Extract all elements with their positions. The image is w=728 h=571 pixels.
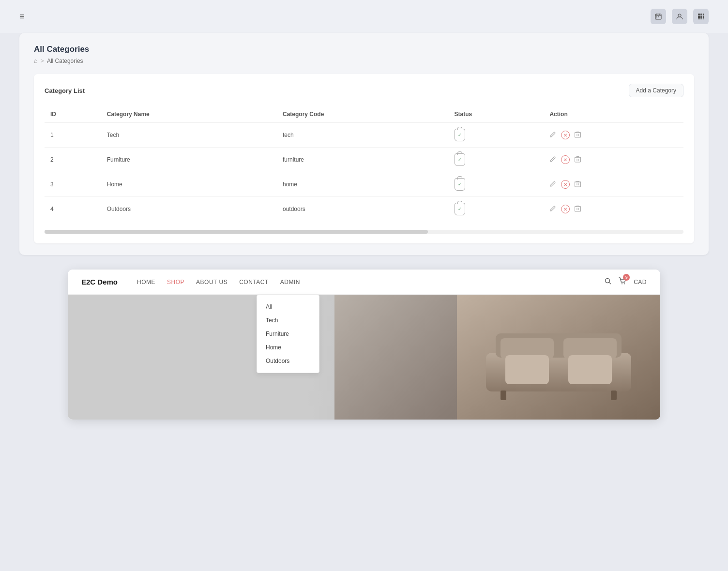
nav-links: HOME SHOP ABOUT US CONTACT ADMIN <box>137 279 605 286</box>
col-header-code: Category Code <box>277 106 449 123</box>
user-profile-icon-btn[interactable] <box>672 9 687 24</box>
cell-code: tech <box>277 123 449 148</box>
svg-rect-57 <box>568 355 612 384</box>
storefront-preview: E2C Demo HOME SHOP ABOUT US CONTACT ADMI… <box>68 270 660 420</box>
cancel-icon[interactable]: ✕ <box>561 155 570 164</box>
svg-rect-56 <box>505 355 549 384</box>
cancel-icon[interactable]: ✕ <box>561 205 570 213</box>
table-scrollbar[interactable] <box>45 230 683 234</box>
edit-icon[interactable] <box>549 205 556 213</box>
admin-panel: All Categories ⌂ > All Categories Catego… <box>19 33 709 255</box>
table-title: Category List <box>45 87 85 94</box>
cell-status: ✓ <box>449 148 544 172</box>
svg-rect-53 <box>611 391 617 400</box>
action-icons: ✕ <box>549 205 678 213</box>
svg-line-46 <box>609 283 611 285</box>
breadcrumb: ⌂ > All Categories <box>34 57 694 64</box>
dropdown-item-furniture[interactable]: Furniture <box>257 327 319 341</box>
status-badge: ✓ <box>455 129 465 141</box>
svg-rect-17 <box>575 133 581 137</box>
svg-rect-52 <box>500 391 506 400</box>
nav-admin[interactable]: ADMIN <box>280 279 300 286</box>
svg-rect-4 <box>656 16 657 17</box>
status-badge: ✓ <box>455 153 465 166</box>
edit-icon[interactable] <box>549 180 556 189</box>
cancel-icon[interactable]: ✕ <box>561 131 570 139</box>
svg-point-47 <box>622 284 622 285</box>
category-table: ID Category Name Category Code Status Ac… <box>45 106 683 221</box>
svg-rect-16 <box>703 18 704 19</box>
col-header-name: Category Name <box>101 106 277 123</box>
breadcrumb-current: All Categories <box>47 58 83 64</box>
svg-rect-13 <box>703 16 704 18</box>
cell-action: ✕ <box>544 172 683 197</box>
hero-image <box>334 295 660 420</box>
status-check-icon: ✓ <box>458 157 462 162</box>
table-row: 4 Outdoors outdoors ✓ ✕ <box>45 197 683 222</box>
edit-icon[interactable] <box>549 131 556 139</box>
shop-dropdown: All Tech Furniture Home Outdoors <box>257 295 319 373</box>
calendar-icon-btn[interactable] <box>651 9 666 24</box>
nav-contact[interactable]: CONTACT <box>239 279 269 286</box>
nav-home[interactable]: HOME <box>137 279 155 286</box>
breadcrumb-separator: > <box>41 58 44 64</box>
cell-name: Outdoors <box>101 197 277 222</box>
status-check-icon: ✓ <box>458 133 462 137</box>
delete-icon[interactable] <box>575 156 581 164</box>
nav-shop[interactable]: SHOP <box>167 279 184 286</box>
table-row: 1 Tech tech ✓ ✕ <box>45 123 683 148</box>
cell-action: ✕ <box>544 148 683 172</box>
svg-rect-38 <box>575 207 581 211</box>
svg-rect-14 <box>698 18 700 19</box>
table-card-header: Category List Add a Category <box>45 84 683 97</box>
nav-right-section: 9 CAD <box>605 277 647 287</box>
currency-label: CAD <box>634 279 647 286</box>
svg-rect-15 <box>700 18 702 19</box>
cell-code: furniture <box>277 148 449 172</box>
store-hero <box>68 295 660 420</box>
cell-id: 4 <box>45 197 101 222</box>
edit-icon[interactable] <box>549 156 556 164</box>
cell-action: ✕ <box>544 197 683 222</box>
svg-rect-8 <box>698 14 700 15</box>
svg-rect-5 <box>658 16 659 17</box>
svg-rect-10 <box>703 14 704 15</box>
col-header-status: Status <box>449 106 544 123</box>
svg-rect-24 <box>575 157 581 162</box>
page-title: All Categories <box>34 45 694 54</box>
svg-point-48 <box>624 284 625 285</box>
status-badge: ✓ <box>455 178 465 191</box>
cell-id: 2 <box>45 148 101 172</box>
action-icons: ✕ <box>549 155 678 164</box>
store-brand: E2C Demo <box>81 278 118 286</box>
svg-point-7 <box>678 14 681 17</box>
search-icon[interactable] <box>605 278 611 286</box>
nav-about[interactable]: ABOUT US <box>196 279 228 286</box>
dropdown-item-tech[interactable]: Tech <box>257 314 319 327</box>
dropdown-item-home[interactable]: Home <box>257 341 319 354</box>
scroll-thumb <box>45 230 428 234</box>
hamburger-menu[interactable]: ≡ <box>19 12 25 21</box>
store-navbar: E2C Demo HOME SHOP ABOUT US CONTACT ADMI… <box>68 270 660 295</box>
cancel-icon[interactable]: ✕ <box>561 180 570 189</box>
delete-icon[interactable] <box>575 131 581 139</box>
action-icons: ✕ <box>549 131 678 139</box>
add-category-button[interactable]: Add a Category <box>629 84 683 97</box>
cell-id: 1 <box>45 123 101 148</box>
table-row: 2 Furniture furniture ✓ ✕ <box>45 148 683 172</box>
grid-icon-btn[interactable] <box>693 9 709 24</box>
cell-status: ✓ <box>449 123 544 148</box>
breadcrumb-home-icon[interactable]: ⌂ <box>34 57 38 64</box>
svg-point-45 <box>606 279 610 283</box>
delete-icon[interactable] <box>575 205 581 213</box>
cart-icon[interactable]: 9 <box>618 277 627 287</box>
hero-illustration <box>457 295 660 420</box>
cart-badge: 9 <box>623 274 630 281</box>
dropdown-item-outdoors[interactable]: Outdoors <box>257 354 319 368</box>
top-bar: ≡ <box>0 0 728 33</box>
status-check-icon: ✓ <box>458 207 462 211</box>
delete-icon[interactable] <box>575 180 581 189</box>
svg-rect-11 <box>698 16 700 18</box>
dropdown-item-all[interactable]: All <box>257 300 319 314</box>
cell-code: outdoors <box>277 197 449 222</box>
